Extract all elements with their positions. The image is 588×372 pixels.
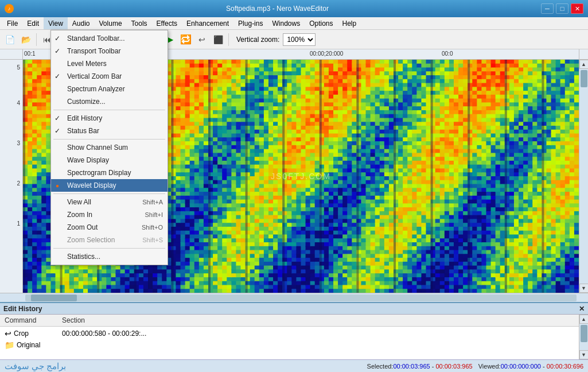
status-selected-start: 00:00:03:965	[393, 363, 430, 370]
history-crop-command: ↩ Crop	[5, 329, 62, 338]
hist-scroll-down[interactable]: ▼	[579, 350, 589, 359]
edit-history-close-button[interactable]: ✕	[579, 305, 585, 313]
menu-status-bar[interactable]: ✓ Status Bar	[51, 125, 168, 137]
history-row-original: 📁 Original	[0, 339, 588, 351]
menu-customize[interactable]: Customize...	[51, 95, 168, 108]
ruler-3: 3	[17, 140, 20, 146]
menu-zoom-selection[interactable]: Zoom SelectionShift+S	[51, 234, 168, 246]
menu-audio[interactable]: Audio	[68, 17, 95, 29]
menu-statistics-label: Statistics...	[67, 253, 100, 261]
menu-level-meters[interactable]: Level Meters	[51, 57, 168, 70]
stop-button[interactable]: ⬛	[211, 32, 225, 47]
h-scroll-track	[25, 294, 577, 301]
loop-button[interactable]: 🔁	[178, 32, 193, 47]
menu-wavelet-display[interactable]: ● Wavelet Display	[51, 179, 168, 192]
dropdown-sep-3	[53, 193, 165, 194]
history-crop-section: 00:00:000:580 - 00:00:29:...	[62, 330, 583, 338]
status-viewed-end: 00:00:30:696	[547, 363, 583, 370]
menu-transport-toolbar-label: Transport Toolbar	[67, 47, 120, 55]
menu-statistics[interactable]: Statistics...	[51, 250, 168, 263]
history-content: Command Section ↩ Crop 00:00:000:580 - 0…	[0, 315, 588, 359]
menu-bar: File Edit View Audio Volume Tools Effect…	[0, 17, 588, 30]
check-edit-history: ✓	[54, 114, 60, 122]
dropdown-sep-2	[53, 139, 165, 140]
menu-wave-display-label: Wave Display	[67, 156, 109, 164]
time-tick-end: 00:0	[442, 51, 453, 57]
history-original-command: 📁 Original	[5, 340, 62, 350]
new-button[interactable]: 📄	[2, 32, 17, 47]
menu-file[interactable]: File	[2, 17, 22, 29]
menu-help[interactable]: Help	[338, 17, 361, 29]
menu-enhancement[interactable]: Enhancement	[182, 17, 233, 29]
menu-spectrogram-display[interactable]: Spectrogram Display	[51, 166, 168, 179]
menu-edit[interactable]: Edit	[22, 17, 44, 29]
menu-spectrum-analyzer[interactable]: Spectrum Analyzer	[51, 83, 168, 95]
ruler-5: 5	[17, 64, 20, 71]
close-button[interactable]: ✕	[571, 3, 583, 14]
menu-edit-history[interactable]: ✓ Edit History	[51, 112, 168, 125]
menu-zoom-in[interactable]: Zoom InShift+I	[51, 208, 168, 221]
menu-wave-display[interactable]: Wave Display	[51, 154, 168, 166]
menu-customize-label: Customize...	[67, 98, 106, 106]
toolbar-separator-1	[36, 33, 37, 46]
menu-standard-toolbar-label: Standard Toolbar...	[67, 34, 125, 42]
scroll-up-button[interactable]: ▲	[579, 60, 589, 69]
toolbar-separator-4	[228, 33, 229, 46]
menu-zoom-in-label: Zoom InShift+I	[67, 211, 163, 219]
hist-scroll-thumb[interactable]	[581, 325, 587, 342]
open-button[interactable]: 📂	[18, 32, 33, 47]
title-bar: ♪ Softpedia.mp3 - Nero WaveEditor ─ □ ✕	[0, 0, 588, 17]
menu-edit-history-label: Edit History	[67, 114, 102, 122]
history-header: Command Section	[0, 315, 588, 327]
return-button[interactable]: ↩	[194, 32, 209, 47]
menu-view-all-label: View AllShift+A	[67, 198, 163, 206]
check-transport-toolbar: ✓	[54, 47, 60, 55]
menu-zoom-out-label: Zoom OutShift+O	[67, 223, 163, 231]
menu-spectrogram-display-label: Spectrogram Display	[67, 169, 131, 177]
scroll-down-button[interactable]: ▼	[579, 284, 589, 293]
menu-zoom-out[interactable]: Zoom OutShift+O	[51, 221, 168, 234]
minimize-button[interactable]: ─	[541, 3, 554, 14]
check-standard-toolbar: ✓	[54, 34, 60, 42]
app-icon: ♪	[5, 4, 14, 13]
menu-spectrum-analyzer-label: Spectrum Analyzer	[67, 85, 125, 93]
v-scroll-thumb[interactable]	[581, 70, 587, 87]
menu-tools[interactable]: Tools	[127, 17, 152, 29]
view-menu-dropdown: ✓ Standard Toolbar... ✓ Transport Toolba…	[50, 30, 168, 265]
left-ruler: 5 4 3 2 1	[0, 60, 23, 293]
zoom-select[interactable]: 100% 200% 50%	[283, 33, 316, 46]
h-scroll-thumb[interactable]	[31, 294, 77, 301]
dropdown-sep-4	[53, 248, 165, 249]
menu-view-all[interactable]: View AllShift+A	[51, 196, 168, 208]
menu-options[interactable]: Options	[305, 17, 337, 29]
edit-history-panel: Edit History ✕ Command Section ↩ Crop 00…	[0, 302, 588, 359]
menu-vertical-zoom-bar[interactable]: ✓ Vertical Zoom Bar	[51, 70, 168, 83]
menu-plugins[interactable]: Plug-ins	[233, 17, 267, 29]
menu-view[interactable]: View	[44, 17, 68, 29]
menu-transport-toolbar[interactable]: ✓ Transport Toolbar	[51, 45, 168, 57]
menu-standard-toolbar[interactable]: ✓ Standard Toolbar...	[51, 32, 168, 45]
hist-scroll-up[interactable]: ▲	[579, 315, 589, 324]
col-section-header: Section	[62, 316, 583, 324]
ruler-2: 2	[17, 180, 20, 187]
crop-label: Crop	[14, 330, 29, 338]
menu-show-channel-sum[interactable]: Show Channel Sum	[51, 141, 168, 154]
right-scrollbar[interactable]: ▲ ▼	[579, 60, 588, 293]
status-arabic: برامج جي سوفت	[5, 361, 66, 371]
menu-status-bar-label: Status Bar	[67, 127, 99, 135]
window-title: Softpedia.mp3 - Nero WaveEditor	[14, 5, 541, 13]
restore-button[interactable]: □	[556, 3, 568, 14]
history-rows: ↩ Crop 00:00:000:580 - 00:00:29:... 📁 Or…	[0, 327, 588, 359]
menu-show-channel-sum-label: Show Channel Sum	[67, 144, 128, 152]
menu-vertical-zoom-bar-label: Vertical Zoom Bar	[67, 72, 122, 80]
menu-windows[interactable]: Windows	[267, 17, 305, 29]
h-scrollbar[interactable]	[0, 293, 588, 302]
ruler-4: 4	[17, 100, 20, 106]
status-bar: برامج جي سوفت Selected:00:00:03:965 - 00…	[0, 359, 588, 372]
menu-effects[interactable]: Effects	[152, 17, 182, 29]
history-scrollbar[interactable]: ▲ ▼	[579, 315, 588, 359]
menu-volume[interactable]: Volume	[95, 17, 127, 29]
original-label: Original	[17, 341, 40, 349]
menu-level-meters-label: Level Meters	[67, 60, 107, 68]
check-vertical-zoom-bar: ✓	[54, 72, 60, 80]
